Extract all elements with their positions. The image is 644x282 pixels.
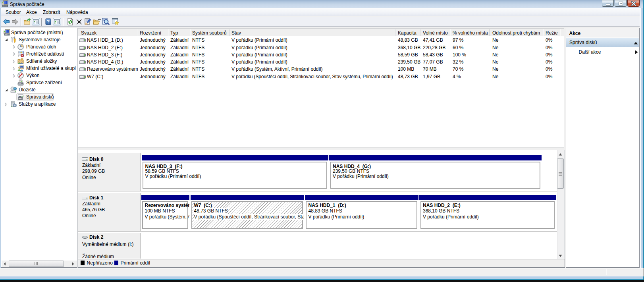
- svg-text:?: ?: [47, 19, 50, 25]
